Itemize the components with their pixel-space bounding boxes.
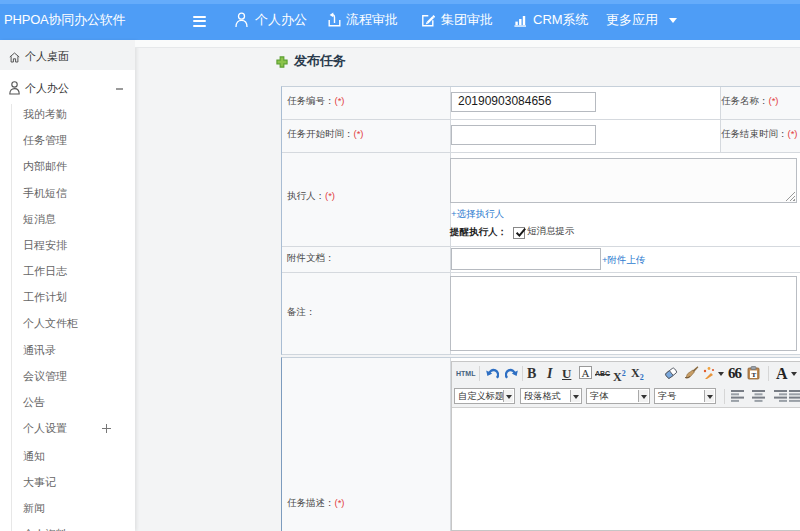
svg-text:T: T — [751, 371, 756, 379]
